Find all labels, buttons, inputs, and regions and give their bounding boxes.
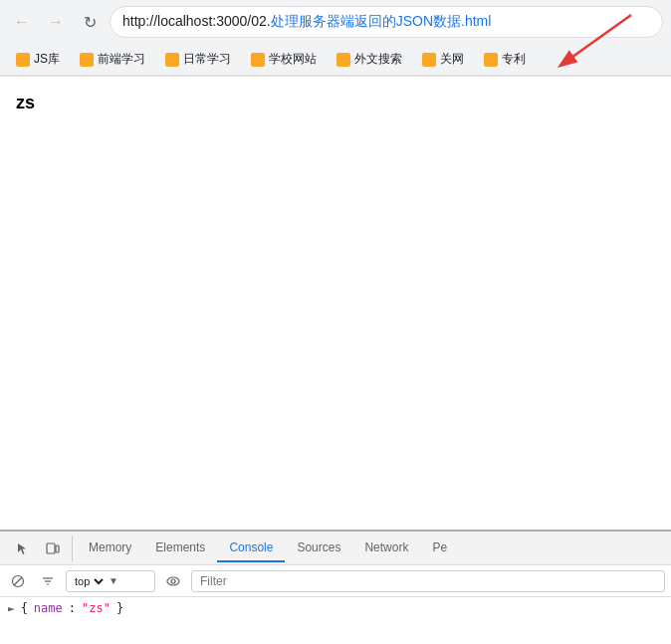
svg-point-10 (171, 579, 175, 583)
bookmark-patent[interactable]: 专利 (476, 48, 534, 71)
clear-console-button[interactable] (6, 569, 30, 593)
context-selector[interactable]: top ▼ (66, 570, 155, 592)
eye-icon-btn[interactable] (161, 569, 185, 593)
bookmark-school[interactable]: 学校网站 (243, 48, 325, 71)
context-select-input[interactable]: top (71, 574, 107, 588)
svg-rect-3 (56, 545, 59, 552)
bookmark-guan[interactable]: 关网 (414, 48, 472, 71)
console-line: ► { name : "zs" } (8, 601, 663, 615)
bookmark-label: 学校网站 (269, 51, 317, 68)
browser-chrome: ← → ↻ http://localhost:3000/02.处理服务器端返回的… (0, 0, 671, 77)
page-content: zs (0, 77, 671, 527)
bookmark-search[interactable]: 外文搜索 (329, 48, 410, 71)
tab-memory[interactable]: Memory (77, 535, 143, 562)
bookmark-js[interactable]: JS库 (8, 48, 68, 71)
devtools-panel: Memory Elements Console Sources Network … (0, 530, 671, 644)
cursor-icon-btn[interactable] (10, 536, 36, 561)
bookmark-folder-icon (484, 53, 498, 67)
bookmark-folder-icon (80, 53, 94, 67)
devtools-icon-group (4, 536, 73, 561)
url-prefix: http://localhost:3000/02. (122, 13, 271, 29)
url-suffix: 处理服务器端返回的JSON数据.html (271, 13, 492, 29)
svg-rect-2 (47, 543, 55, 553)
nav-bar: ← → ↻ http://localhost:3000/02.处理服务器端返回的… (0, 0, 671, 44)
filter-toggle-button[interactable] (36, 569, 60, 593)
console-colon: : (69, 601, 76, 615)
device-icon-btn[interactable] (40, 536, 66, 561)
tab-console[interactable]: Console (217, 535, 285, 562)
bookmark-folder-icon (422, 53, 436, 67)
svg-line-5 (14, 577, 22, 585)
bookmark-folder-icon (16, 53, 30, 67)
svg-point-9 (167, 577, 179, 585)
reload-button[interactable]: ↻ (76, 8, 104, 36)
console-value: "zs" (82, 601, 111, 615)
address-bar[interactable]: http://localhost:3000/02.处理服务器端返回的JSON数据… (110, 6, 663, 38)
forward-button[interactable]: → (42, 8, 70, 36)
devtools-console-output: ► { name : "zs" } (0, 597, 671, 644)
console-key: name (34, 601, 63, 615)
bookmark-label: 日常学习 (183, 51, 231, 68)
console-close-brace: } (116, 601, 123, 615)
bookmarks-bar: JS库 前端学习 日常学习 学校网站 外文搜索 关网 专利 (0, 44, 671, 76)
tab-pe[interactable]: Pe (420, 535, 459, 562)
tab-network[interactable]: Network (352, 535, 420, 562)
back-button[interactable]: ← (8, 8, 36, 36)
bookmark-folder-icon (251, 53, 265, 67)
bookmark-folder-icon (165, 53, 179, 67)
bookmark-label: 外文搜索 (354, 51, 402, 68)
devtools-toolbar: top ▼ (0, 565, 671, 597)
bookmark-label: JS库 (34, 51, 60, 68)
bookmark-folder-icon (336, 53, 350, 67)
expand-arrow-icon[interactable]: ► (8, 602, 15, 615)
bookmark-label: 前端学习 (98, 51, 145, 68)
chevron-down-icon: ▼ (109, 575, 118, 586)
tab-sources[interactable]: Sources (285, 535, 352, 562)
bookmark-label: 专利 (502, 51, 526, 68)
address-text: http://localhost:3000/02.处理服务器端返回的JSON数据… (122, 13, 491, 31)
console-open-brace: { (21, 601, 28, 615)
page-title: zs (16, 93, 35, 112)
bookmark-frontend[interactable]: 前端学习 (72, 48, 153, 71)
bookmark-daily[interactable]: 日常学习 (157, 48, 239, 71)
devtools-tabs-bar: Memory Elements Console Sources Network … (0, 532, 671, 565)
tab-elements[interactable]: Elements (143, 535, 217, 562)
bookmark-label: 关网 (440, 51, 464, 68)
console-filter-input[interactable] (191, 570, 665, 592)
